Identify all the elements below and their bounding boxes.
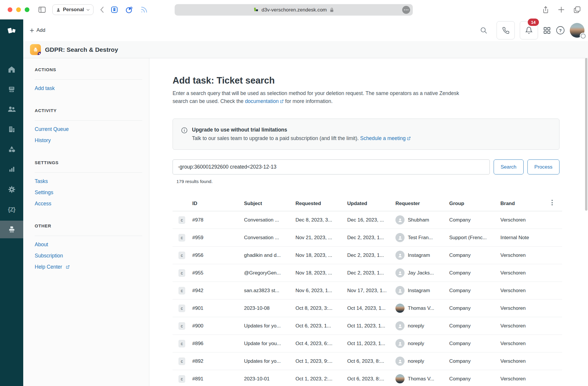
minimize-window-button[interactable] [16,7,21,12]
page-scrollbar[interactable] [585,58,587,211]
column-header-requester[interactable]: Requester [395,201,449,207]
sidebar-item-customers[interactable] [0,102,23,116]
nav-section-activity: ACTIVITY Current Queue History [35,108,142,146]
table-row[interactable]: c #901 2023-10-08 Oct 8, 2023, 3:... Oct… [173,300,562,317]
ticket-id: #956 [192,252,244,258]
nav-item-subscription[interactable]: Subscription [35,250,142,261]
url-bar[interactable]: d3v-verschoren.zendesk.com [175,4,413,16]
ticket-requested: Oct 4, 2023, 6:... [295,341,347,347]
nav-item-current-queue[interactable]: Current Queue [35,124,142,135]
search-query-input[interactable] [173,159,490,174]
ticket-id: #955 [192,270,244,276]
nav-item-tasks[interactable]: Tasks [35,176,142,187]
ticket-group: Company [449,217,500,223]
ticket-requested: Dec 8, 2023, 3... [295,217,347,223]
search-button[interactable]: Search [494,159,524,174]
schedule-meeting-link[interactable]: Schedule a meeting [360,135,406,141]
person-icon [56,8,61,12]
table-row[interactable]: c #892 Updates for yo... Oct 1, 2023, 9:… [173,352,562,370]
nav-item-access[interactable]: Access [35,198,142,209]
zoom-window-button[interactable] [25,7,29,12]
requester-avatar [395,215,405,224]
sidebar-item-settings[interactable] [0,182,23,197]
talk-button[interactable] [497,21,515,39]
ticket-requested: Nov 18, 2023, ... [295,252,347,258]
zendesk-topbar: Add 14 [23,19,588,41]
status-badge: c [178,305,185,312]
pie-extension-icon[interactable] [125,6,133,14]
products-grid-icon[interactable] [543,26,551,34]
ticket-subject: Updates for yo... [244,358,295,364]
tab-overview-icon[interactable] [573,6,581,14]
help-icon[interactable]: ? [556,26,565,35]
ticket-updated: Dec 2, 2023, 1... [347,235,395,241]
table-row[interactable]: c #978 Conversation ... Dec 8, 2023, 3..… [173,211,562,229]
nav-item-help-center[interactable]: Help Center [35,261,142,272]
nav-section-header: ACTIONS [35,67,142,72]
url-text: d3v-verschoren.zendesk.com [261,7,327,13]
nav-item-history[interactable]: History [35,135,142,146]
profile-switcher[interactable]: Personal [52,4,93,15]
column-header-group[interactable]: Group [449,201,500,207]
table-row[interactable]: c #955 @GregoryGen... Nov 18, 2023, ... … [173,264,562,282]
table-row[interactable]: c #959 Conversation ... Nov 21, 2023, ..… [173,229,562,247]
page-title: Add task: Ticket search [173,75,588,86]
ticket-group: Company [449,376,500,382]
rss-extension-icon[interactable] [140,6,148,14]
column-header-updated[interactable]: Updated [347,201,395,207]
column-header-requested[interactable]: Requested [295,201,347,207]
ticket-subject: Updates for yo... [244,323,295,329]
nav-section-header: ACTIVITY [35,108,142,113]
page-settings-button[interactable] [402,6,410,14]
table-row[interactable]: c #956 ghadikin and d... Nov 18, 2023, .… [173,247,562,264]
sidebar-item-home[interactable] [0,62,23,76]
sidebar-item-api[interactable]: {Z} [0,202,23,217]
sidebar-item-views[interactable] [0,82,23,96]
table-options-kebab-icon[interactable] [550,199,554,207]
search-icon[interactable] [480,27,487,34]
ticket-requested: Oct 6, 2023, 1... [295,323,347,329]
process-button[interactable]: Process [527,159,559,174]
requester-name: Test Fran... [408,235,433,241]
table-row[interactable]: c #942 san.az3823 st... Nov 6, 2023, 1..… [173,282,562,300]
people-icon [7,105,16,114]
ticket-group: Support (Frenc... [449,235,500,241]
close-window-button[interactable] [8,7,12,12]
ticket-brand: Verschoren [500,288,562,294]
requester-name: Jay Jacks... [408,270,434,276]
requester-avatar [395,286,405,295]
nav-item-settings[interactable]: Settings [35,187,142,198]
column-header-id[interactable]: ID [192,201,244,207]
add-tab[interactable]: Add [30,19,45,41]
status-badge: c [178,269,185,277]
column-header-subject[interactable]: Subject [244,201,295,207]
nav-item-about[interactable]: About [35,239,142,250]
bookmark-extension-icon[interactable] [111,6,118,14]
user-avatar[interactable] [570,23,584,38]
nav-item-add-task[interactable]: Add task [35,83,142,94]
documentation-link[interactable]: documentation [245,98,279,104]
table-row[interactable]: c #896 Update for you... Oct 4, 2023, 6:… [173,335,562,352]
notifications-button[interactable]: 14 [520,21,538,39]
table-row[interactable]: c #891 2023-10-01 Oct 1, 2023, 2:... Oct… [173,370,562,386]
ticket-group: Company [449,288,500,294]
sidebar-item-gdpr-app[interactable] [0,221,23,238]
divider [35,79,142,80]
new-tab-icon[interactable] [558,6,564,13]
sidebar-toggle-icon[interactable] [38,6,46,13]
external-link-icon [66,265,70,269]
requester-avatar [395,374,405,383]
sidebar-item-organizations[interactable] [0,122,23,136]
back-button[interactable] [100,6,104,13]
ticket-id: #901 [192,305,244,311]
sidebar-item-reporting[interactable] [0,162,23,176]
ticket-updated: Oct 14, 2023, 1... [347,305,395,311]
requester-name: Instagram [408,252,430,258]
sidebar-item-objects[interactable] [0,142,23,156]
share-icon[interactable] [542,6,549,14]
nav-section-settings: SETTINGS Tasks Settings Access [35,160,142,209]
requester-avatar [395,233,405,242]
ticket-brand: Verschoren [500,217,562,223]
table-row[interactable]: c #900 Updates for yo... Oct 6, 2023, 1.… [173,317,562,335]
phone-icon [502,27,510,34]
